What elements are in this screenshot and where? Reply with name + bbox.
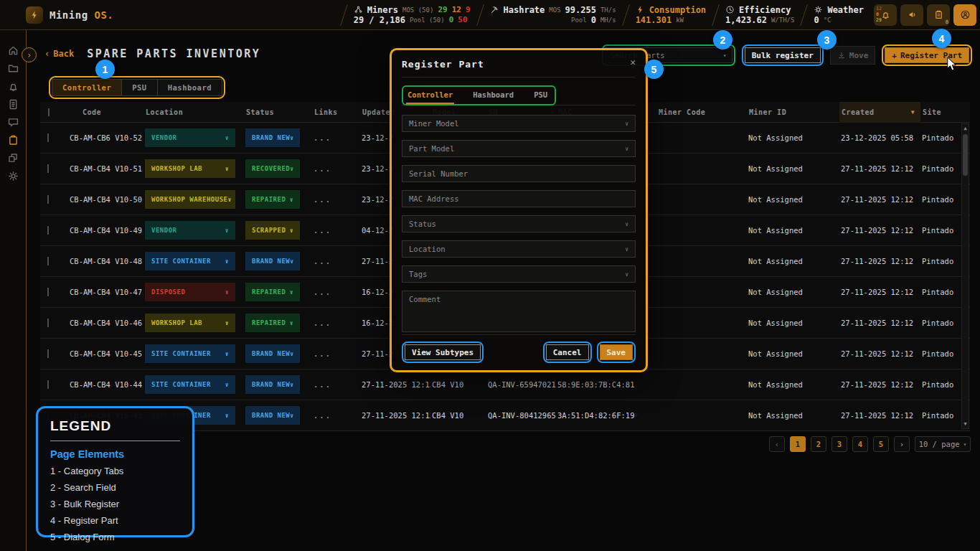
pagination-page-2[interactable]: 2 [811, 436, 826, 452]
location-dropdown[interactable]: DISPOSED∨ [145, 283, 235, 301]
category-tab-psu[interactable]: PSU [122, 80, 157, 95]
location-dropdown[interactable]: VENDOR∨ [145, 221, 235, 240]
sidebar-item-reports[interactable] [4, 98, 22, 110]
links-menu[interactable]: ... [312, 133, 360, 142]
select-all-checkbox[interactable] [48, 108, 50, 116]
scroll-up-icon[interactable]: ▲ [963, 124, 966, 133]
part-model-field[interactable]: Part Model∨ [402, 140, 636, 157]
sidebar-item-folders[interactable] [4, 62, 22, 75]
back-button[interactable]: ‹ Back [44, 49, 74, 59]
location-dropdown[interactable]: SITE CONTAINER∨ [145, 344, 235, 363]
column-header-location[interactable]: Location [143, 108, 244, 116]
column-header-links[interactable]: Links [312, 108, 360, 116]
miner-model-field[interactable]: Miner Model∨ [402, 115, 636, 132]
column-header-created[interactable]: Created▼ [839, 102, 920, 123]
status-field[interactable]: Status∨ [402, 215, 636, 232]
location-dropdown[interactable]: SITE CONTAINER∨ [145, 252, 235, 270]
account-button[interactable] [953, 4, 976, 26]
location-dropdown[interactable]: WORKSHOP LAB∨ [145, 159, 235, 178]
sidebar-item-assets[interactable] [4, 151, 22, 164]
scrollbar-thumb[interactable] [963, 134, 968, 176]
sidebar-item-home[interactable] [4, 44, 22, 57]
row-checkbox[interactable] [47, 319, 49, 327]
cell-created: 27-11-2025 12:12 [839, 195, 920, 204]
category-tab-hashboard[interactable]: Hashboard [158, 80, 222, 95]
save-button[interactable]: Save [600, 344, 633, 360]
row-checkbox[interactable] [47, 257, 49, 265]
status-dropdown[interactable]: BRAND NEW∨ [245, 375, 300, 394]
column-header-miner-id[interactable]: Miner ID [747, 108, 839, 116]
pagination-prev[interactable]: ‹ [769, 436, 785, 452]
column-header-site[interactable]: Site [920, 108, 970, 116]
column-header-status[interactable]: Status [244, 108, 312, 116]
mac-address-field[interactable]: MAC Address [402, 190, 636, 207]
sidebar-item-alerts[interactable] [4, 80, 22, 93]
annotation-badge-1: 1 [95, 60, 115, 79]
links-menu[interactable]: ... [312, 380, 360, 389]
pagination-page-4[interactable]: 4 [852, 436, 868, 452]
dialog-close-button[interactable]: ✕ [630, 59, 636, 66]
notifications-button[interactable]: 12 0 29 [874, 4, 897, 26]
dialog-tab-controller[interactable]: Controller [406, 89, 454, 104]
category-tab-controller[interactable]: Controller [52, 80, 122, 95]
row-checkbox[interactable] [47, 164, 49, 173]
status-dropdown[interactable]: REPAIRED∨ [245, 283, 300, 301]
scroll-down-icon[interactable]: ▼ [963, 420, 966, 428]
status-dropdown[interactable]: REPAIRED∨ [245, 314, 300, 332]
pagination-next[interactable]: › [894, 436, 910, 452]
location-field[interactable]: Location∨ [402, 240, 636, 258]
dialog-tab-hashboard[interactable]: Hashboard [471, 89, 515, 104]
links-menu[interactable]: ... [312, 195, 360, 204]
cancel-button[interactable]: Cancel [546, 344, 589, 360]
sidebar-item-messages[interactable] [4, 116, 22, 128]
tasks-button[interactable]: 0 [927, 4, 950, 26]
column-header-miner-code[interactable]: Miner Code [656, 108, 747, 116]
row-checkbox[interactable] [47, 349, 49, 358]
table-scrollbar[interactable]: ▲ ▼ [961, 123, 969, 429]
row-checkbox[interactable] [47, 133, 49, 142]
pagination-page-1[interactable]: 1 [790, 436, 806, 452]
dialog-fields: Miner Model∨Part Model∨Serial NumberMAC … [402, 115, 636, 332]
move-button[interactable]: Move [830, 46, 876, 65]
status-dropdown[interactable]: RECOVERED∨ [245, 159, 300, 178]
sidebar-expand-button[interactable]: › [22, 47, 37, 62]
status-dropdown[interactable]: BRAND NEW∨ [245, 406, 300, 425]
divider [622, 4, 630, 26]
tags-field[interactable]: Tags∨ [402, 265, 636, 283]
status-dropdown[interactable]: BRAND NEW∨ [245, 344, 300, 363]
location-dropdown[interactable]: SITE CONTAINER∨ [145, 375, 235, 394]
location-dropdown[interactable]: WORKSHOP WAREHOUSE∨ [145, 190, 235, 209]
links-menu[interactable]: ... [312, 164, 360, 173]
register-part-button[interactable]: + Register Part [885, 47, 969, 63]
status-dropdown[interactable]: BRAND NEW∨ [245, 252, 300, 270]
serial-number-field[interactable]: Serial Number [402, 165, 636, 182]
row-checkbox[interactable] [47, 226, 49, 235]
links-menu[interactable]: ... [312, 257, 360, 265]
bulk-register-button[interactable]: Bulk register [745, 47, 821, 63]
sidebar-item-settings[interactable] [4, 169, 22, 182]
comment-field[interactable]: Comment [402, 291, 636, 332]
status-dropdown[interactable]: REPAIRED∨ [245, 190, 300, 209]
column-header-code[interactable]: Code [68, 108, 143, 116]
status-dropdown[interactable]: BRAND NEW∨ [245, 128, 300, 147]
status-dropdown[interactable]: SCRAPPED∨ [245, 221, 300, 240]
cell-miner-id: Not Assigned [747, 195, 839, 204]
row-checkbox[interactable] [47, 195, 49, 204]
sidebar-item-spare-parts[interactable] [4, 133, 22, 146]
row-checkbox[interactable] [47, 288, 49, 296]
audio-button[interactable] [900, 4, 923, 26]
pagination-page-3[interactable]: 3 [831, 436, 847, 452]
row-checkbox[interactable] [47, 380, 49, 389]
links-menu[interactable]: ... [312, 319, 360, 327]
location-dropdown[interactable]: VENDOR∨ [145, 128, 235, 147]
dialog-tab-psu[interactable]: PSU [532, 89, 549, 104]
tasks-badge: 0 [946, 19, 948, 25]
page-size-select[interactable]: 10 / page▾ [915, 436, 971, 452]
links-menu[interactable]: ... [312, 411, 360, 420]
view-subtypes-button[interactable]: View Subtypes [405, 344, 481, 360]
links-menu[interactable]: ... [312, 288, 360, 296]
links-menu[interactable]: ... [312, 226, 360, 235]
links-menu[interactable]: ... [312, 349, 360, 358]
location-dropdown[interactable]: WORKSHOP LAB∨ [145, 314, 235, 332]
pagination-page-5[interactable]: 5 [873, 436, 889, 452]
